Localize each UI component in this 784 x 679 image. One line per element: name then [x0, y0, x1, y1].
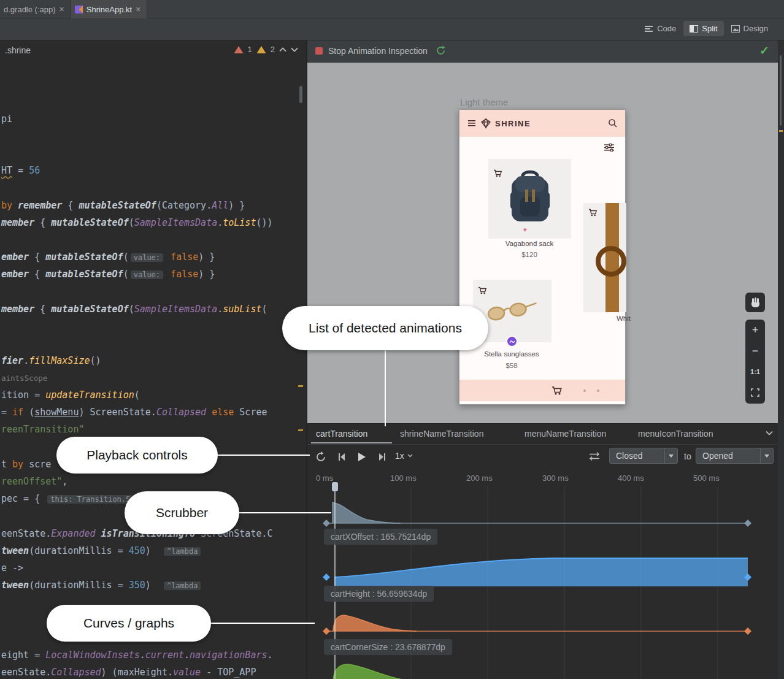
product-name-partial: Whit	[617, 315, 631, 322]
shrine-top-app-bar: SHRINE	[459, 110, 625, 137]
speed-value: 1x	[395, 451, 404, 461]
skip-previous-icon	[337, 453, 346, 461]
animation-inspector-panel: cartTransition shrineNameTransition menu…	[307, 423, 784, 679]
stop-icon	[315, 47, 323, 55]
keyframe-diamond	[744, 627, 751, 635]
play-from-start-button[interactable]	[313, 449, 329, 465]
code-area[interactable]: piHT = 56by remember { mutableStateOf(Ca…	[0, 0, 306, 679]
code-line[interactable]: fier.fillMaxSize()	[1, 353, 101, 369]
animation-tab-menunametransition[interactable]: menuNameTransition	[525, 429, 606, 439]
theme-label: Light theme	[460, 97, 508, 107]
code-line[interactable]: e ->	[1, 560, 23, 576]
editor-scrollbar[interactable]	[299, 86, 302, 103]
keyframe-diamond	[323, 520, 330, 527]
play-button[interactable]	[354, 449, 370, 465]
view-mode-code-label: Code	[657, 24, 676, 33]
to-label: to	[684, 451, 691, 461]
callout-playback-controls: Playback controls	[56, 437, 218, 474]
playback-speed-selector[interactable]: 1x	[395, 451, 413, 461]
animation-tab-menuicontransition[interactable]: menuIconTransition	[638, 429, 713, 439]
add-to-cart-icon	[478, 286, 487, 294]
refresh-icon[interactable]	[436, 45, 446, 56]
selected-tab-underline	[311, 442, 392, 443]
stop-animation-inspection-button[interactable]: Stop Animation Inspection	[315, 45, 446, 56]
code-line[interactable]: t by scre	[1, 456, 51, 472]
stop-label: Stop Animation Inspection	[328, 46, 428, 56]
go-to-start-button[interactable]	[334, 449, 350, 465]
view-mode-code[interactable]: Code	[639, 21, 682, 36]
code-line[interactable]: ition = updateTransition(	[1, 387, 140, 403]
shrine-brand: SHRINE	[495, 119, 531, 128]
callout-scrubber: Scrubber	[125, 491, 239, 534]
code-line[interactable]: = if (showMenu) ScreenState.Collapsed el…	[1, 404, 267, 420]
heart-badge-icon: ♥	[523, 226, 527, 233]
product-photo-backpack: ♥	[488, 159, 571, 239]
cart-icon	[551, 385, 563, 395]
go-to-end-button[interactable]	[374, 449, 390, 465]
chevron-down-icon[interactable]	[766, 431, 773, 435]
dropdown-arrow-icon	[664, 448, 677, 463]
search-icon	[608, 118, 618, 128]
swap-states-icon[interactable]	[588, 451, 601, 461]
chevron-down-icon	[407, 454, 413, 458]
zoom-in-button[interactable]: +	[745, 320, 765, 340]
zoom-out-button[interactable]: −	[745, 340, 765, 361]
code-line[interactable]: HT = 56	[1, 163, 40, 178]
code-line[interactable]: tween(durationMillis = 450) ^lambda	[1, 543, 202, 559]
filter-tune-icon	[604, 144, 614, 152]
brand-badge-icon	[506, 336, 518, 347]
to-state-dropdown[interactable]: Opened	[696, 448, 774, 464]
curve-label-cartxoffset: cartXOffset : 165.75214dp	[324, 529, 437, 545]
view-mode-design[interactable]: Design	[725, 21, 774, 36]
code-line[interactable]: reenOffset",	[1, 474, 67, 489]
code-line[interactable]: eight = LocalWindowInsets.current.naviga…	[1, 647, 273, 663]
dropdown-arrow-icon	[760, 448, 773, 463]
page-dot	[597, 389, 599, 392]
code-line[interactable]: aintsScope	[1, 370, 47, 386]
curve-cartxoffset	[323, 502, 751, 527]
curve-cartheight	[323, 558, 751, 586]
curve-green-partial	[333, 664, 424, 679]
warning-stripe-mark[interactable]	[298, 429, 303, 431]
pan-tool-button[interactable]	[745, 293, 765, 312]
code-line[interactable]: pi	[1, 111, 12, 127]
animation-tab-shrinenametransition[interactable]: shrineNameTransition	[400, 429, 483, 439]
code-line[interactable]: by remember { mutableStateOf(Category.Al…	[1, 198, 245, 213]
product-photo-belt	[583, 203, 626, 312]
shrine-bottom-bar	[459, 380, 625, 401]
animation-tabs: cartTransition shrineNameTransition menu…	[307, 424, 784, 445]
code-line[interactable]: pec = { this: Transition.S	[1, 491, 135, 507]
play-icon	[357, 452, 367, 462]
view-mode-split[interactable]: Split	[683, 21, 723, 36]
code-line[interactable]: member { mutableStateOf(SampleItemsData.…	[1, 215, 273, 231]
hand-icon	[750, 297, 761, 308]
code-view-icon	[645, 25, 653, 33]
code-line[interactable]: eenState.Collapsed) (maxHeight.value - T…	[1, 664, 256, 679]
to-state-value: Opened	[696, 448, 760, 463]
scrollbar-thumb[interactable]	[780, 55, 782, 126]
zoom-to-fit-button[interactable]	[745, 382, 765, 403]
code-line[interactable]: ember { mutableStateOf(value: false) }	[1, 249, 215, 265]
from-state-value: Closed	[610, 448, 664, 463]
callout-animations-list: List of detected animations	[282, 306, 488, 350]
shrine-app-preview: SHRINE	[459, 109, 626, 405]
keyframe-diamond	[323, 574, 330, 581]
warning-stripe-mark[interactable]	[298, 385, 303, 387]
from-state-dropdown[interactable]: Closed	[609, 448, 678, 464]
code-line[interactable]: reenTransition"	[1, 421, 84, 437]
callout-connector	[215, 455, 310, 456]
code-line[interactable]: tween(durationMillis = 350) ^lambda	[1, 577, 202, 593]
scrubber-handle[interactable]	[332, 482, 338, 491]
page-dot	[583, 389, 586, 392]
code-line[interactable]: ember { mutableStateOf(value: false) }	[1, 266, 215, 282]
curve-label-cartcornersize: cartCornerSize : 23.678877dp	[324, 639, 452, 655]
zoom-100-button[interactable]: 1:1	[745, 361, 765, 382]
callout-connector	[385, 349, 386, 426]
keyframe-diamond	[323, 627, 330, 635]
code-line[interactable]: member { mutableStateOf(SampleItemsData.…	[1, 301, 267, 317]
callout-curves: Curves / graphs	[47, 605, 211, 642]
animation-tab-carttransition[interactable]: cartTransition	[316, 429, 367, 439]
skip-next-icon	[378, 453, 386, 461]
view-mode-split-label: Split	[702, 24, 717, 33]
split-divider[interactable]	[306, 40, 307, 679]
